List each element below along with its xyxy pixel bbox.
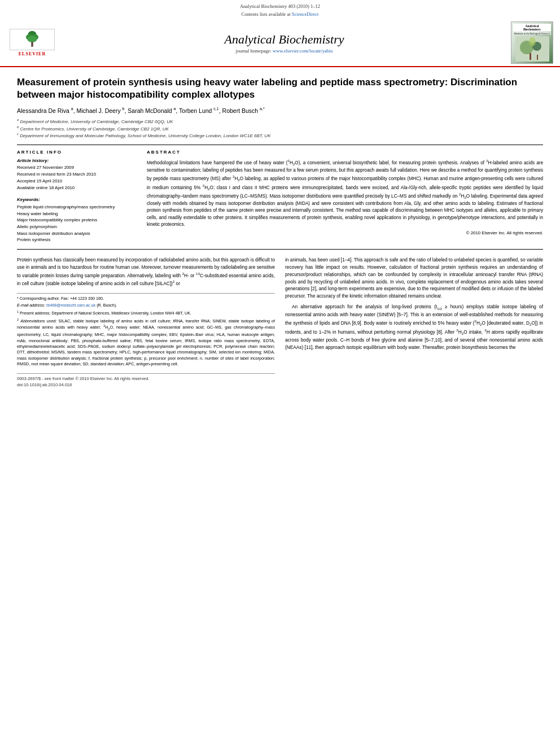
article-info-column: ARTICLE INFO Article history: Received 2… <box>17 150 135 243</box>
body-col-left: Protein synthesis has classically been m… <box>17 256 275 388</box>
svg-rect-5 <box>31 42 33 47</box>
body-col-right: in animals, has been used [1–4]. This ap… <box>285 256 543 388</box>
svg-rect-10 <box>537 55 538 60</box>
body-para-right-1: in animals, has been used [1–4]. This ap… <box>285 256 543 300</box>
cover-title: AnalyticalBiochemistry <box>513 24 551 32</box>
abstract-heading: ABSTRACT <box>147 150 543 155</box>
footnote-1: 1 Present address; Department of Natural… <box>17 310 275 317</box>
svg-point-4 <box>28 36 37 42</box>
journal-title-center: Analytical Biochemistry journal homepage… <box>58 32 511 54</box>
abstract-column: ABSTRACT Methodological limitations have… <box>147 150 543 243</box>
keyword-1: Peptide liquid chromatography/mass spect… <box>17 204 135 211</box>
bottom-bar: 0003-2697/$ - see front matter © 2010 El… <box>17 373 275 388</box>
footnote-email-link[interactable]: rb468@medschl.cam.ac.uk <box>46 303 95 308</box>
copyright-notice: © 2010 Elsevier Inc. All rights reserved… <box>147 230 543 235</box>
journal-name: Analytical Biochemistry <box>58 32 511 47</box>
body-para-right-2: An alternative approach for the analysis… <box>285 303 543 351</box>
keyword-4: Allelic polymorphism <box>17 224 135 230</box>
keyword-3: Major histocompatibility complex protein… <box>17 217 135 224</box>
footnote-2: 2 Abbreviations used: SILAC, stable isot… <box>17 318 275 368</box>
journal-banner: ELSEVIER Analytical Biochemistry journal… <box>0 19 560 66</box>
article-info-heading: ARTICLE INFO <box>17 150 135 155</box>
available-date: Available online 18 April 2010 <box>17 185 135 191</box>
authors: Alessandra De Riva a, Michael J. Deery b… <box>17 107 543 114</box>
article-info-abstract-section: ARTICLE INFO Article history: Received 2… <box>17 150 543 243</box>
journal-header: Analytical Biochemistry 403 (2010) 1–12 … <box>0 0 560 67</box>
svg-point-11 <box>529 37 536 46</box>
keywords-label: Keywords: <box>17 197 135 202</box>
section-divider-top <box>17 145 543 145</box>
keyword-5: Mass isotopomer distribution analysis <box>17 230 135 237</box>
abstract-text: Methodological limitations have hampered… <box>147 158 543 228</box>
author-michael: Michael J. Deery <box>76 107 120 114</box>
author-sarah: Sarah McDonald <box>128 107 172 114</box>
doi-line: doi:10.1016/j.ab.2010.04.018 <box>17 382 72 387</box>
elsevier-logo-image <box>10 29 55 50</box>
received-date: Received 27 November 2009 <box>17 165 135 171</box>
abstract-paragraph: Methodological limitations have hampered… <box>147 158 543 228</box>
affiliations: a Department of Medicine, University of … <box>17 117 543 139</box>
top-bar-text: Analytical Biochemistry 403 (2010) 1–12 <box>240 3 320 9</box>
keywords-section: Keywords: Peptide liquid chromatography/… <box>17 197 135 243</box>
sciencedirect-link[interactable]: ScienceDirect <box>292 11 319 17</box>
journal-homepage: journal homepage: www.elsevier.com/locat… <box>58 48 511 54</box>
footnotes-section: * Corresponding author. Fax: +44 1223 33… <box>17 293 275 368</box>
accepted-date: Accepted 15 April 2010 <box>17 178 135 185</box>
elsevier-text: ELSEVIER <box>19 51 46 56</box>
section-divider-body <box>17 249 543 250</box>
elsevier-logo: ELSEVIER <box>7 29 58 56</box>
body-two-col: Protein synthesis has classically been m… <box>17 256 543 388</box>
history-label: Article history: <box>17 158 135 163</box>
svg-rect-9 <box>530 53 531 60</box>
footnote-email: E-mail address: rb468@medschl.cam.ac.uk … <box>17 303 275 308</box>
body-section: Protein synthesis has classically been m… <box>17 256 543 388</box>
journal-cover-image: AnalyticalBiochemistry Methods in the Bi… <box>511 21 553 64</box>
cover-subtitle: Methods in the Biological Sciences <box>513 32 551 35</box>
footnote-corresponding: * Corresponding author. Fax: +44 1223 33… <box>17 296 275 302</box>
main-content: Measurement of protein synthesis using h… <box>0 67 560 397</box>
contents-available-text: Contents lists available at <box>242 11 292 17</box>
homepage-url[interactable]: www.elsevier.com/locate/yabio <box>273 48 333 54</box>
author-torben: Torben Lund <box>179 107 212 114</box>
issn-line: 0003-2697/$ - see front matter © 2010 El… <box>17 376 149 381</box>
journal-top-bar: Analytical Biochemistry 403 (2010) 1–12 <box>0 3 560 9</box>
author-alessandra: Alessandra De Riva <box>17 107 69 114</box>
keyword-6: Protein synthesis <box>17 237 135 243</box>
author-robert: Robert Busch <box>222 107 259 114</box>
keyword-2: Heavy water labeling <box>17 211 135 217</box>
revised-date: Received in revised form 23 March 2010 <box>17 172 135 178</box>
article-title: Measurement of protein synthesis using h… <box>17 76 543 101</box>
homepage-label: journal homepage: <box>235 48 272 54</box>
body-para-1: Protein synthesis has classically been m… <box>17 256 275 287</box>
cover-art <box>515 36 549 62</box>
sciencedirect-link-bar: Contents lists available at ScienceDirec… <box>0 11 560 17</box>
